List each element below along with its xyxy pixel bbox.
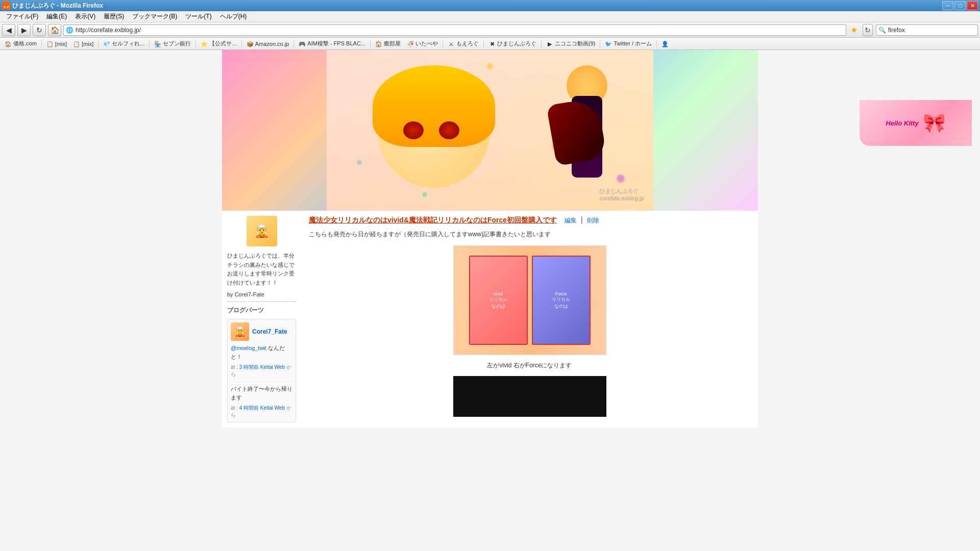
product-box-vivid: vividリリカルなのは (469, 256, 528, 345)
bookmark-user[interactable]: 👤 (659, 40, 673, 48)
content-area: 🧝 ひまじんぶろぐでは、半分チラシの裏みたいな感じでお送りします常時リンク受け付… (222, 211, 758, 428)
tweet1-content: @moelog_twit なんだと！ (231, 344, 292, 361)
firefox-icon: 🦊 (2, 2, 10, 10)
tweet2-keitai[interactable]: Keitai (260, 405, 273, 411)
title-bar: 🦊 ひまじんぶろぐ - Mozilla Firefox ─ □ ✕ (0, 0, 980, 11)
tweet2-time[interactable]: 4 時間前 (239, 405, 259, 411)
tweet1-time[interactable]: 3 時間前 (239, 364, 259, 370)
window-controls: ─ □ ✕ (942, 1, 978, 10)
article-header: 魔法少女リリカルなのはvivid&魔法戦記リリカルなのはForce初回盤購入です… (309, 216, 750, 225)
header-image-inner: ひまじんぶろぐ corefate.exblog.jp (327, 50, 653, 211)
bookmark-divider (483, 40, 484, 48)
delete-link[interactable]: 削除 (587, 216, 599, 225)
maximize-button[interactable]: □ (954, 1, 966, 10)
minimize-button[interactable]: ─ (942, 1, 953, 10)
blog-avatar: 🧝 (247, 216, 277, 246)
hello-kitty-decoration: Hello Kitty 🎀 (860, 100, 972, 146)
bookmark-divider (656, 40, 657, 48)
bookmark-mix2[interactable]: 📋 [mix] (70, 40, 96, 48)
menu-edit[interactable]: 編集(E) (42, 11, 71, 22)
bookmark-divider (149, 40, 150, 48)
mix1-icon: 📋 (46, 40, 54, 47)
bookmark-label: AIM模撃 - FPS BLAC... (307, 40, 365, 47)
bookmark-moelog[interactable]: ⚔ もえろぐ (445, 39, 481, 48)
bookmark-official[interactable]: ⭐ 【公式サ... (198, 39, 239, 48)
bookmark-divider (195, 40, 196, 48)
mix2-icon: 📋 (73, 40, 80, 47)
eye-left (403, 121, 424, 139)
sidebar-description: ひまじんぶろぐでは、半分チラシの裏みたいな感じでお送りします常時リンク受け付けて… (227, 252, 296, 287)
twitter-avatar: 🧝 (231, 322, 249, 341)
eye-right (439, 121, 459, 139)
user-icon: 👤 (662, 40, 669, 47)
tweet1-web[interactable]: Web (275, 364, 285, 370)
amazon-icon: 📦 (247, 40, 254, 47)
bookmark-label: いたべや (415, 40, 438, 47)
menu-file[interactable]: ファイル(F) (2, 11, 42, 22)
header-image: ひまじんぶろぐ corefate.exblog.jp (222, 50, 758, 211)
bookmark-niconico[interactable]: ▶ ニコニコ動画(9) (544, 39, 598, 48)
close-button[interactable]: ✕ (967, 1, 978, 10)
bookmarks-bar: 🏠 価格.com 📋 [mix] 📋 [mix] 💎 セルフィれ... 🏪 セブ… (0, 38, 980, 50)
tweet1-prefix: at : (231, 364, 239, 370)
article-title-link[interactable]: 魔法少女リリカルなのはvivid&魔法戦記リリカルなのはForce初回盤購入です (309, 216, 557, 224)
article-caption: 左がvivid 右がForceになります (402, 361, 657, 370)
bookmark-room[interactable]: 🏠 癒部屋 (373, 39, 403, 48)
blog-parts-title: ブログパーツ (227, 306, 296, 315)
refresh-icon[interactable]: ↻ (863, 24, 873, 36)
blog-wrapper: ひまじんぶろぐ corefate.exblog.jp 🧝 ひまじんぶろぐでは、半… (222, 50, 758, 428)
bookmark-divider (293, 40, 294, 48)
bookmark-amazon[interactable]: 📦 Amazon.co.jp (244, 40, 292, 48)
search-icon: 🔍 (878, 27, 886, 34)
bookmark-label: セルフィれ... (112, 40, 144, 47)
menu-tools[interactable]: ツール(T) (181, 11, 215, 22)
seven-icon: 🏪 (154, 40, 161, 47)
main-content: 魔法少女リリカルなのはvivid&魔法戦記リリカルなのはForce初回盤購入です… (301, 211, 758, 428)
action-separator: │ (580, 216, 584, 225)
menu-history[interactable]: 履歴(S) (100, 11, 128, 22)
forward-button[interactable]: ▶ (17, 24, 31, 36)
reload-button[interactable]: ↻ (33, 24, 46, 36)
sidebar-divider (227, 302, 296, 302)
article-actions: 編集 │ 削除 (565, 216, 599, 225)
bookmark-star[interactable]: ★ (850, 25, 857, 35)
avatar-container: 🧝 (227, 216, 296, 246)
himajin-icon: ✖ (488, 40, 496, 47)
search-bar[interactable]: 🔍 firefox (876, 24, 978, 36)
tweet2-web[interactable]: Web (275, 405, 285, 411)
menu-bookmarks[interactable]: ブックマーク(B) (128, 11, 181, 22)
home-button[interactable]: 🏠 (48, 24, 61, 36)
bookmark-label: ひまじんぶろぐ (497, 40, 536, 47)
tweet1-meta: at : 3 時間前 Keitai Web から (231, 364, 292, 378)
bookmark-twitter[interactable]: 🐦 Twitter / ホーム (602, 39, 654, 48)
product-vivid-label: vividリリカルなのは (487, 289, 509, 312)
bookmark-aim[interactable]: 🎮 AIM模撃 - FPS BLAC... (296, 39, 368, 48)
bookmark-selfie[interactable]: 💎 セルフィれ... (101, 39, 147, 48)
tweet-separator (231, 381, 292, 382)
article-intro: こちらも発売から日が経ちますが（発売日に購入してますwww)記事書きたいと思いま… (309, 229, 750, 239)
menu-help[interactable]: ヘルプ(H) (216, 11, 251, 22)
bookmark-seven[interactable]: 🏪 セブン銀行 (152, 39, 193, 48)
tweet1-mention[interactable]: @moelog_twit (231, 345, 266, 351)
tweet2-meta: at : 4 時間前 Keitai Web から (231, 405, 292, 419)
back-button[interactable]: ◀ (2, 24, 15, 36)
bookmark-mix1[interactable]: 📋 [mix] (44, 40, 69, 48)
bookmark-kakaku[interactable]: 🏠 価格.com (2, 39, 39, 48)
search-input-value[interactable]: firefox (888, 27, 975, 34)
bookmark-label: 癒部屋 (384, 40, 401, 47)
bookmark-itabey[interactable]: 🍜 いたべや (404, 39, 440, 48)
twitter-username[interactable]: Corei7_Fate (252, 328, 287, 335)
bookmark-label: Twitter / ホーム (614, 40, 652, 47)
address-bar[interactable]: 🌐 http://corefate.exblog.jp/ (63, 24, 846, 36)
bookmark-divider (370, 40, 371, 48)
bookmark-himajin[interactable]: ✖ ひまじんぶろぐ (486, 39, 539, 48)
bookmark-label: [mix] (82, 41, 93, 47)
menu-view[interactable]: 表示(V) (71, 11, 100, 22)
watermark: ひまじんぶろぐ corefate.exblog.jp (599, 187, 643, 201)
browser-content: Hello Kitty 🎀 (0, 50, 980, 551)
product-box-force: Forceリリカルなのは (532, 256, 591, 345)
nav-bar: ◀ ▶ ↻ 🏠 🌐 http://corefate.exblog.jp/ ★ ↻… (0, 22, 980, 38)
tweet1-keitai[interactable]: Keitai (260, 364, 273, 370)
edit-link[interactable]: 編集 (565, 216, 577, 225)
bookmark-label: もえろぐ (456, 40, 479, 47)
